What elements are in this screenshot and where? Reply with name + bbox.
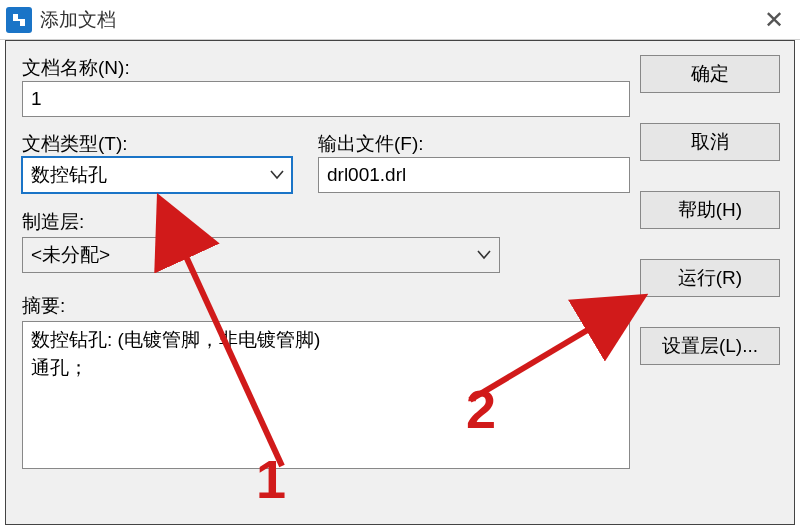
mfg-layer-select[interactable]: <未分配>: [22, 237, 500, 273]
ok-button[interactable]: 确定: [640, 55, 780, 93]
doc-type-value: 数控钻孔: [22, 157, 292, 193]
summary-textarea[interactable]: 数控钻孔: (电镀管脚，非电镀管脚) 通孔；: [22, 321, 630, 469]
app-icon: [6, 7, 32, 33]
output-file-label: 输出文件(F):: [318, 131, 630, 157]
title-bar: 添加文档 ✕: [0, 0, 800, 40]
mfg-layer-value: <未分配>: [23, 238, 499, 272]
close-button[interactable]: ✕: [754, 6, 794, 34]
set-layer-button[interactable]: 设置层(L)...: [640, 327, 780, 365]
help-button[interactable]: 帮助(H): [640, 191, 780, 229]
cancel-button[interactable]: 取消: [640, 123, 780, 161]
window-title: 添加文档: [40, 7, 754, 33]
doc-name-input[interactable]: [22, 81, 630, 117]
output-file-input[interactable]: [318, 157, 630, 193]
doc-type-label: 文档类型(T):: [22, 131, 292, 157]
doc-type-select[interactable]: 数控钻孔: [22, 157, 292, 193]
chevron-down-icon: [469, 238, 499, 272]
summary-label: 摘要:: [22, 293, 630, 319]
run-button[interactable]: 运行(R): [640, 259, 780, 297]
dialog-body: 文档名称(N): 文档类型(T): 数控钻孔 输出文件(F):: [5, 40, 795, 525]
doc-name-label: 文档名称(N):: [22, 55, 630, 81]
mfg-layer-label: 制造层:: [22, 209, 630, 235]
